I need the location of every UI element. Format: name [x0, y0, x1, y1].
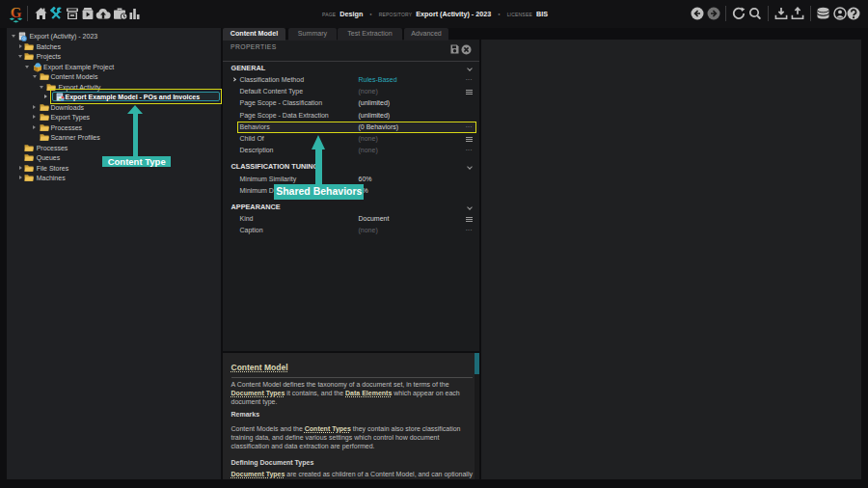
svg-text:G: G	[11, 5, 22, 20]
